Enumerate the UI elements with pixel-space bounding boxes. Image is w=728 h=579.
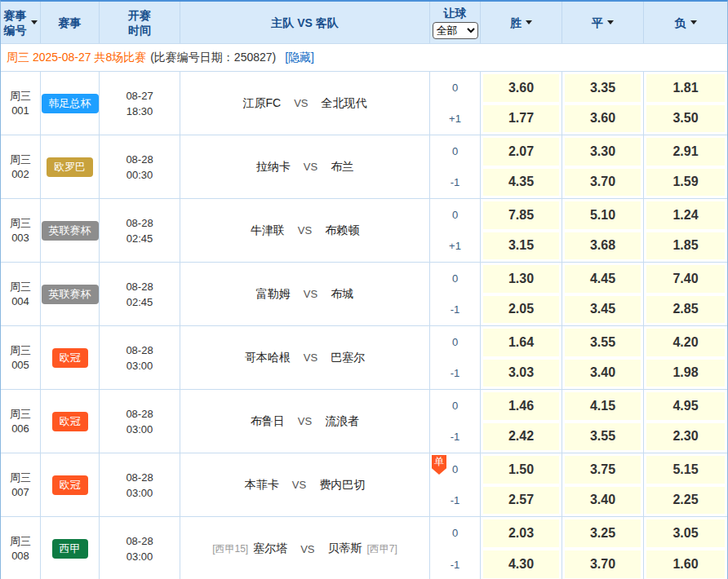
- match-number: 001: [11, 104, 29, 118]
- sort-arrow-icon[interactable]: [690, 20, 697, 24]
- header-draw-label: 平: [592, 15, 603, 30]
- win-odds-option[interactable]: 7.85: [483, 201, 559, 229]
- vs-label: VS: [298, 224, 312, 236]
- win-odds-option[interactable]: 2.07: [483, 138, 559, 166]
- sort-arrow-icon[interactable]: [31, 20, 38, 24]
- win-odds-option[interactable]: 4.30: [483, 550, 559, 578]
- draw-odds-option[interactable]: 3.70: [565, 550, 641, 578]
- draw-odds-option[interactable]: 3.75: [565, 456, 641, 484]
- win-odds-option[interactable]: 1.30: [483, 265, 559, 293]
- win-odds-option[interactable]: 3.03: [483, 360, 559, 387]
- match-number: 008: [11, 549, 29, 564]
- lose-odds-option[interactable]: 3.50: [646, 105, 725, 133]
- lose-odds-option[interactable]: 4.95: [646, 392, 725, 420]
- draw-odds-cell: 4.15 3.55: [562, 390, 644, 453]
- draw-odds-option[interactable]: 4.15: [565, 392, 641, 420]
- league-badge: 韩足总杯: [42, 94, 99, 113]
- league-cell: 欧冠: [41, 326, 100, 389]
- start-time-cell: 08-28 03:00: [100, 390, 180, 453]
- lose-odds-option[interactable]: 3.05: [646, 519, 725, 547]
- lose-odds-option[interactable]: 2.25: [646, 487, 725, 515]
- draw-odds-option[interactable]: 3.68: [565, 232, 641, 260]
- win-odds-option[interactable]: 2.57: [483, 487, 559, 515]
- vs-label: VS: [294, 97, 308, 109]
- draw-odds-cell: 3.35 3.60: [562, 72, 644, 135]
- league-cell: 西甲: [41, 517, 100, 579]
- header-lose-label: 负: [675, 15, 686, 30]
- lose-odds-option[interactable]: 7.40: [646, 265, 725, 293]
- header-handicap: 让球 全部: [430, 2, 481, 43]
- win-odds-option[interactable]: 1.77: [483, 105, 559, 133]
- lose-odds-option[interactable]: 1.60: [646, 550, 725, 578]
- start-time-cell: 08-28 00:30: [100, 135, 180, 198]
- match-day: 周三: [10, 343, 31, 358]
- league-cell: 欧冠: [41, 453, 100, 516]
- win-odds-option[interactable]: 4.35: [483, 169, 559, 197]
- lose-odds-cell: 1.24 1.85: [644, 199, 727, 262]
- lose-odds-option[interactable]: 1.24: [646, 201, 725, 229]
- draw-odds-option[interactable]: 3.70: [565, 169, 641, 197]
- draw-odds-option[interactable]: 3.55: [565, 423, 641, 451]
- match-row: 周三 007 欧冠 08-28 03:00 本菲卡 VS 费内巴切 单 0 -1: [1, 453, 727, 517]
- away-team: 巴塞尔: [331, 351, 365, 365]
- lose-odds-option[interactable]: 1.81: [646, 74, 725, 102]
- match-row: 周三 006 欧冠 08-28 03:00 布鲁日 VS 流浪者 单 0 -1: [1, 390, 727, 453]
- handicap-value: -1: [451, 559, 460, 571]
- win-odds-option[interactable]: 1.46: [483, 392, 559, 420]
- lose-odds-option[interactable]: 2.30: [646, 423, 725, 451]
- draw-odds-option[interactable]: 5.10: [565, 201, 641, 229]
- lose-odds-option[interactable]: 2.91: [646, 138, 725, 166]
- win-odds-option[interactable]: 2.05: [483, 296, 559, 324]
- handicap-value: -1: [451, 367, 460, 379]
- lose-odds-option[interactable]: 1.59: [646, 169, 725, 197]
- header-teams-label: 主队 VS 客队: [271, 15, 338, 30]
- league-cell: 英联赛杯: [41, 199, 100, 262]
- win-odds-cell: 1.30 2.05: [481, 263, 562, 325]
- match-day: 周三: [10, 89, 31, 104]
- sort-arrow-icon[interactable]: [607, 20, 614, 24]
- match-number: 005: [11, 358, 29, 373]
- draw-odds-option[interactable]: 3.35: [565, 74, 641, 102]
- sort-arrow-icon[interactable]: [526, 20, 532, 24]
- away-team: 费内巴切: [319, 478, 365, 493]
- lose-odds-option[interactable]: 1.98: [646, 360, 725, 387]
- away-rank-note: [西甲7]: [367, 542, 397, 556]
- handicap-value: 0: [452, 463, 458, 475]
- win-odds-option[interactable]: 2.42: [483, 423, 559, 451]
- win-odds-option[interactable]: 1.50: [483, 456, 559, 484]
- match-day: 周三: [10, 407, 31, 422]
- header-win[interactable]: 胜: [481, 2, 562, 43]
- draw-odds-cell: 5.10 3.68: [562, 199, 644, 262]
- header-match-number-line1: 赛事: [4, 8, 27, 23]
- header-match-number[interactable]: 赛事 编号: [1, 2, 41, 43]
- lose-odds-option[interactable]: 1.85: [646, 232, 725, 260]
- draw-odds-option[interactable]: 3.30: [565, 138, 641, 166]
- lose-odds-option[interactable]: 4.20: [646, 329, 725, 356]
- draw-odds-option[interactable]: 4.45: [565, 265, 641, 293]
- lose-odds-option[interactable]: 2.85: [646, 296, 725, 324]
- win-odds-cell: 2.03 4.30: [481, 517, 562, 579]
- win-odds-option[interactable]: 1.64: [483, 329, 559, 356]
- hide-link[interactable]: [隐藏]: [285, 51, 314, 65]
- home-team: 牛津联: [251, 223, 285, 238]
- draw-odds-option[interactable]: 3.60: [565, 105, 641, 133]
- league-badge: 西甲: [52, 539, 88, 559]
- win-odds-cell: 2.07 4.35: [481, 135, 562, 198]
- league-badge: 英联赛杯: [42, 285, 99, 304]
- draw-odds-option[interactable]: 3.40: [565, 487, 641, 515]
- lose-odds-option[interactable]: 5.15: [646, 456, 725, 484]
- header-draw[interactable]: 平: [562, 2, 644, 43]
- draw-odds-option[interactable]: 3.40: [565, 360, 641, 387]
- header-handicap-label: 让球: [444, 6, 467, 20]
- handicap-filter-select[interactable]: 全部: [433, 22, 478, 39]
- draw-odds-option[interactable]: 3.45: [565, 296, 641, 324]
- draw-odds-option[interactable]: 3.25: [565, 519, 641, 547]
- win-odds-option[interactable]: 3.15: [483, 232, 559, 260]
- match-row: 周三 004 英联赛杯 08-28 02:45 富勒姆 VS 布城 单 0 -1: [1, 263, 727, 326]
- win-odds-option[interactable]: 3.60: [483, 74, 559, 102]
- win-odds-option[interactable]: 2.03: [483, 519, 559, 547]
- match-number-cell: 周三 001: [1, 72, 41, 135]
- match-time: 02:45: [127, 294, 153, 310]
- draw-odds-option[interactable]: 3.55: [565, 329, 641, 356]
- header-lose[interactable]: 负: [644, 2, 727, 43]
